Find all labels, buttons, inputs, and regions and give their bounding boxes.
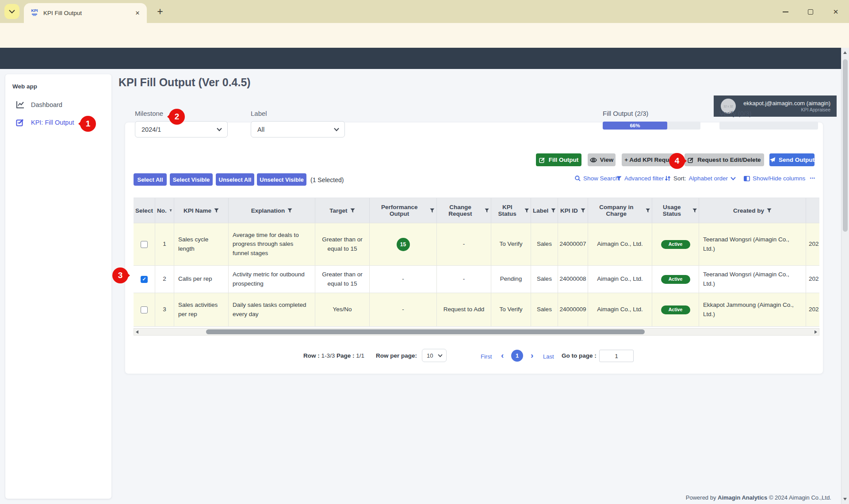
scroll-down-arrow-icon[interactable] bbox=[843, 498, 847, 500]
filter-funnel-icon[interactable] bbox=[646, 208, 650, 213]
header-no[interactable]: No. bbox=[155, 198, 174, 223]
unselect-all-button[interactable]: Unselect All bbox=[216, 173, 254, 186]
pagination-first[interactable]: First bbox=[481, 353, 492, 360]
row-select-checkbox[interactable] bbox=[141, 241, 148, 248]
new-tab-button[interactable]: + bbox=[154, 5, 166, 18]
header-label-col[interactable]: Label bbox=[531, 198, 558, 223]
header-kpi-name[interactable]: KPI Name bbox=[174, 198, 229, 223]
active-badge: Active bbox=[661, 275, 690, 284]
scroll-right-arrow-icon[interactable] bbox=[815, 330, 817, 334]
window-close-button[interactable]: ✕ bbox=[829, 6, 842, 18]
filter-funnel-icon[interactable] bbox=[169, 208, 172, 213]
cell-explanation: Activity metric for outbound prospecting bbox=[229, 266, 315, 293]
sidebar: Web app Dashboard KPI: Fill Output bbox=[5, 74, 111, 499]
header-change-request[interactable]: Change Request bbox=[437, 198, 491, 223]
filter-funnel-icon[interactable] bbox=[692, 208, 697, 213]
request-edit-delete-button[interactable]: Request to Edit/Delete bbox=[685, 153, 764, 166]
tab-close-icon[interactable]: ✕ bbox=[133, 8, 142, 18]
select-all-button[interactable]: Select All bbox=[134, 173, 167, 186]
show-hide-columns-label: Show/Hide columns bbox=[753, 175, 805, 182]
pagination-last[interactable]: Last bbox=[543, 353, 554, 360]
annotation-3: 3 bbox=[112, 267, 128, 283]
send-output-button[interactable]: Send Output bbox=[769, 153, 815, 166]
sort-value[interactable]: Alphabet order bbox=[689, 175, 728, 182]
pagination-next[interactable]: › bbox=[531, 351, 533, 360]
table-horizontal-scrollbar[interactable] bbox=[134, 328, 819, 336]
browser-tab[interactable]: KPI KPI Fill Output ✕ bbox=[24, 3, 147, 23]
header-performance-output[interactable]: Performance Output bbox=[370, 198, 437, 223]
pagination-current-page[interactable]: 1 bbox=[511, 350, 523, 362]
header-created-by[interactable]: Created by bbox=[699, 198, 806, 223]
footer-brand: Aimagin Analytics bbox=[718, 494, 767, 501]
scroll-up-arrow-icon[interactable] bbox=[843, 51, 847, 54]
pagination-prev[interactable]: ‹ bbox=[501, 351, 504, 360]
row-select-checkbox[interactable] bbox=[141, 276, 148, 283]
row-select-checkbox[interactable] bbox=[141, 306, 148, 313]
header-partial bbox=[806, 198, 819, 223]
filter-funnel-icon[interactable] bbox=[524, 208, 529, 213]
header-label: Created by bbox=[733, 207, 764, 214]
columns-icon bbox=[744, 176, 750, 181]
performance-badge: 15 bbox=[397, 238, 410, 251]
sidebar-item-dashboard[interactable]: Dashboard bbox=[16, 98, 62, 111]
window-minimize-button[interactable] bbox=[779, 6, 792, 18]
cell-explanation: Daily sales tasks completed every day bbox=[229, 293, 315, 326]
header-company-in-charge[interactable]: Company in Charge bbox=[588, 198, 652, 223]
cell-created-by: Teeranad Wongsri (Aimagin Co., Ltd.) bbox=[699, 223, 806, 265]
tab-search-button[interactable] bbox=[4, 4, 19, 19]
goto-page-input[interactable]: 1 bbox=[599, 350, 634, 362]
chevron-down-icon bbox=[334, 128, 339, 131]
view-button[interactable]: View bbox=[588, 153, 616, 166]
header-label: No. bbox=[157, 207, 167, 214]
header-usage-status[interactable]: Usage Status bbox=[652, 198, 699, 223]
header-kpi-status[interactable]: KPI Status bbox=[491, 198, 531, 223]
restore-icon bbox=[808, 9, 813, 15]
fill-output-button[interactable]: Fill Output bbox=[536, 153, 581, 166]
label-select[interactable]: All bbox=[251, 121, 345, 137]
header-explanation[interactable]: Explanation bbox=[229, 198, 315, 223]
header-select: Select bbox=[134, 198, 155, 223]
filter-funnel-icon[interactable] bbox=[350, 208, 355, 213]
cell-created-by: Teeranad Wongsri (Aimagin Co., Ltd.) bbox=[699, 266, 806, 293]
milestone-label: Milestone bbox=[135, 110, 163, 117]
kpi-table: Select No. KPI Name Explanation Target P… bbox=[134, 198, 819, 327]
filter-funnel-icon[interactable] bbox=[767, 208, 772, 213]
row-per-page-select[interactable]: 10 bbox=[422, 349, 447, 362]
filter-funnel-icon[interactable] bbox=[485, 208, 489, 213]
advanced-filter-link[interactable]: Advanced filter bbox=[616, 175, 664, 182]
vertical-scrollbar-thumb[interactable] bbox=[843, 59, 848, 232]
more-options-button[interactable]: ... bbox=[810, 172, 815, 180]
sort-control[interactable]: Sort: Alphabet order bbox=[665, 175, 736, 182]
unselect-visible-button[interactable]: Unselect Visible bbox=[257, 173, 306, 186]
select-visible-button[interactable]: Select Visible bbox=[170, 173, 213, 186]
header-target[interactable]: Target bbox=[315, 198, 370, 223]
page-vertical-scrollbar[interactable] bbox=[841, 48, 849, 504]
cell-no: 1 bbox=[155, 223, 174, 265]
chart-line-icon bbox=[16, 101, 25, 109]
sidebar-item-label: KPI: Fill Output bbox=[31, 119, 74, 126]
window-restore-button[interactable] bbox=[804, 6, 817, 18]
eye-icon bbox=[590, 157, 597, 163]
horizontal-scrollbar-thumb[interactable] bbox=[206, 329, 645, 334]
show-hide-columns-link[interactable]: Show/Hide columns bbox=[744, 175, 805, 182]
header-kpi-id[interactable]: KPI ID bbox=[558, 198, 588, 223]
minimize-icon bbox=[783, 11, 788, 12]
filter-funnel-icon[interactable] bbox=[214, 208, 219, 213]
filter-funnel-icon[interactable] bbox=[581, 208, 585, 213]
sidebar-item-kpi-fill-output[interactable]: KPI: Fill Output bbox=[16, 116, 74, 129]
filter-funnel-icon[interactable] bbox=[287, 208, 292, 213]
send-output-label: Send Output bbox=[779, 157, 815, 163]
fill-output-progress-bar: 66% bbox=[603, 122, 700, 130]
cell-usage-status: Active bbox=[652, 266, 699, 293]
milestone-select[interactable]: 2024/1 bbox=[135, 121, 228, 137]
milestone-value: 2024/1 bbox=[142, 126, 217, 133]
show-search-label: Show Search bbox=[583, 175, 619, 182]
header-label: Change Request bbox=[439, 204, 482, 217]
header-label: KPI ID bbox=[560, 207, 578, 214]
show-search-link[interactable]: Show Search bbox=[575, 175, 619, 182]
scroll-left-arrow-icon[interactable] bbox=[136, 330, 138, 334]
filter-funnel-icon[interactable] bbox=[551, 208, 556, 213]
footer-prefix: Powered by bbox=[686, 494, 718, 501]
filter-funnel-icon[interactable] bbox=[430, 208, 435, 213]
cell-performance-output: 15 bbox=[370, 223, 437, 265]
